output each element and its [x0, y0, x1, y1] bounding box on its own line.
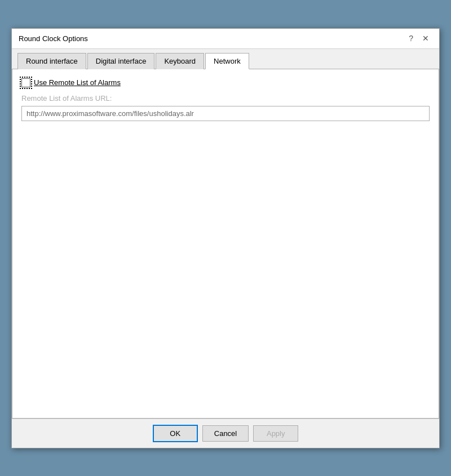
use-remote-list-label[interactable]: Use Remote List of Alarms: [34, 78, 121, 87]
tab-round-interface[interactable]: Round interface: [17, 53, 86, 69]
apply-button[interactable]: Apply: [253, 425, 298, 442]
tab-digital-interface[interactable]: Digital interface: [87, 53, 155, 69]
dialog-window: Round Clock Options ? ✕ Round interface …: [11, 28, 440, 448]
ok-button[interactable]: OK: [153, 425, 198, 442]
cancel-button[interactable]: Cancel: [202, 425, 249, 442]
dialog-footer: OK Cancel Apply: [12, 419, 439, 448]
tab-network[interactable]: Network: [205, 53, 249, 69]
title-bar-controls: ? ✕: [405, 33, 432, 43]
network-tab-content: Use Remote List of Alarms Remote List of…: [12, 69, 439, 419]
url-input[interactable]: [21, 106, 430, 121]
tab-bar: Round interface Digital interface Keyboa…: [12, 49, 439, 69]
url-label: Remote List of Alarms URL:: [21, 94, 430, 103]
close-button[interactable]: ✕: [419, 33, 432, 43]
tab-keyboard[interactable]: Keyboard: [156, 53, 204, 69]
dialog-title: Round Clock Options: [19, 34, 88, 43]
help-button[interactable]: ?: [405, 33, 417, 43]
use-remote-list-checkbox[interactable]: [21, 78, 30, 87]
title-bar: Round Clock Options ? ✕: [12, 29, 439, 49]
use-remote-list-row: Use Remote List of Alarms: [21, 78, 430, 87]
